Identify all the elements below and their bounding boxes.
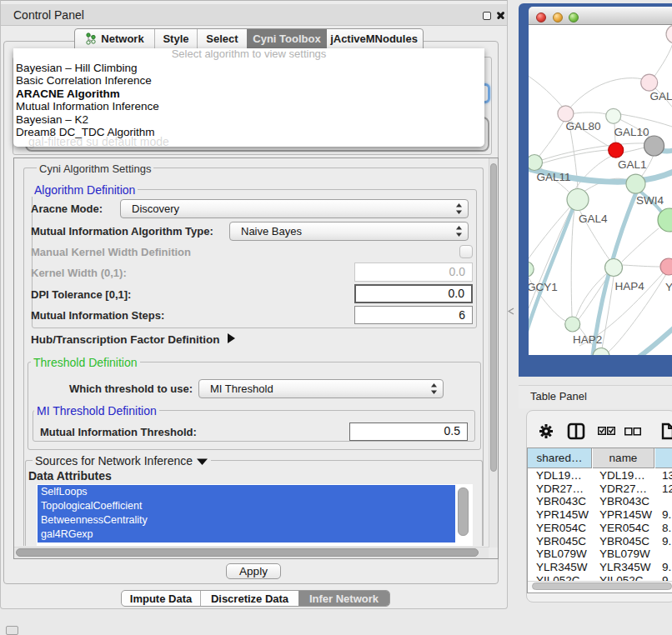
svg-text:SWI4: SWI4 [636, 194, 664, 207]
svg-text:HAP2: HAP2 [573, 333, 602, 346]
svg-text:Y: Y [665, 281, 672, 293]
svg-text:HAP4: HAP4 [614, 280, 644, 292]
svg-text:GCY1: GCY1 [529, 281, 558, 293]
svg-text:GAL4: GAL4 [579, 212, 608, 225]
svg-text:GAL10: GAL10 [614, 126, 649, 138]
svg-text:GAL11: GAL11 [537, 171, 571, 183]
svg-text:GAL80: GAL80 [566, 120, 601, 132]
svg-text:GAL1: GAL1 [618, 158, 647, 171]
svg-text:GAL2: GAL2 [650, 90, 672, 102]
